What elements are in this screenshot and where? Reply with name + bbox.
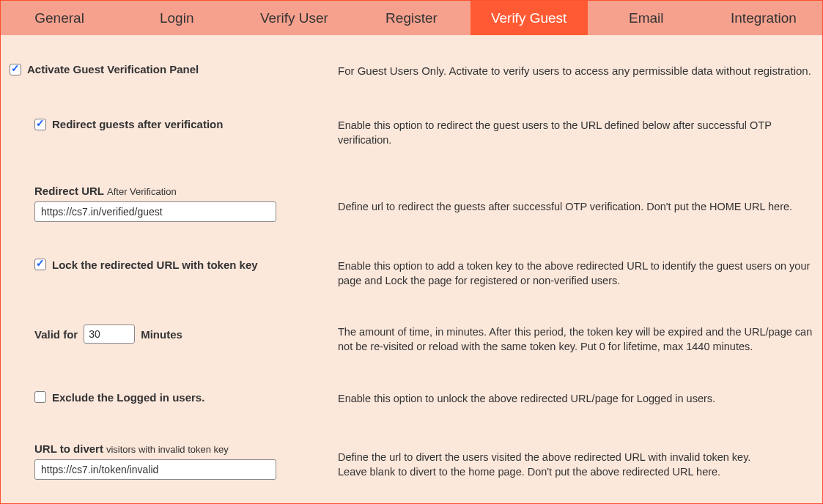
sub-settings: Redirect guests after verification Enabl… bbox=[8, 78, 815, 504]
settings-panel: General Login Verify User Register Verif… bbox=[0, 0, 823, 504]
row-divert-url: URL to divert visitors with invalid toke… bbox=[34, 442, 815, 480]
divert-url-desc: Define the url to divert the users visit… bbox=[338, 442, 815, 480]
row-exclude-logged: Exclude the Logged in users. Enable this… bbox=[34, 391, 815, 406]
valid-for-input[interactable] bbox=[84, 325, 135, 344]
divert-url-label: URL to divert bbox=[34, 442, 103, 455]
redirect-url-input[interactable] bbox=[34, 201, 276, 222]
divert-url-desc-l1: Define the url to divert the users visit… bbox=[338, 450, 815, 464]
divert-url-input[interactable] bbox=[34, 459, 276, 480]
redirect-url-label: Redirect URL bbox=[34, 185, 104, 197]
valid-for-suffix: Minutes bbox=[141, 328, 182, 341]
tab-integration[interactable]: Integration bbox=[705, 1, 822, 35]
tab-verify-user[interactable]: Verify User bbox=[235, 1, 353, 35]
activate-desc: For Guest Users Only. Activate to verify… bbox=[338, 63, 815, 78]
tab-verify-guest[interactable]: Verify Guest bbox=[470, 1, 588, 35]
lock-url-desc: Enable this option to add a token key to… bbox=[338, 259, 815, 289]
exclude-logged-label: Exclude the Logged in users. bbox=[52, 391, 204, 404]
divert-url-desc-l2: Leave blank to divert to the home page. … bbox=[338, 464, 815, 479]
lock-url-checkbox[interactable] bbox=[34, 259, 46, 270]
redirect-guests-desc: Enable this option to redirect the guest… bbox=[338, 118, 815, 148]
tab-email[interactable]: Email bbox=[588, 1, 705, 35]
valid-for-prefix: Valid for bbox=[34, 328, 78, 341]
row-valid-for: Valid for Minutes The amount of time, in… bbox=[34, 325, 815, 355]
tab-bar: General Login Verify User Register Verif… bbox=[1, 1, 822, 35]
lock-url-label: Lock the redirected URL with token key bbox=[52, 259, 258, 271]
row-redirect-guests: Redirect guests after verification Enabl… bbox=[34, 118, 815, 148]
exclude-logged-checkbox[interactable] bbox=[34, 391, 46, 403]
redirect-url-sublabel: After Verification bbox=[107, 186, 177, 197]
redirect-guests-label: Redirect guests after verification bbox=[52, 118, 223, 130]
activate-label: Activate Guest Verification Panel bbox=[27, 63, 199, 75]
activate-checkbox[interactable] bbox=[10, 64, 21, 75]
redirect-guests-checkbox[interactable] bbox=[34, 119, 46, 130]
divert-url-sublabel: visitors with invalid token key bbox=[106, 444, 229, 455]
tab-login[interactable]: Login bbox=[118, 1, 235, 35]
row-lock-url: Lock the redirected URL with token key E… bbox=[34, 259, 815, 289]
redirect-url-desc: Define url to redirect the guests after … bbox=[338, 185, 815, 214]
tab-register[interactable]: Register bbox=[353, 1, 470, 35]
row-redirect-url: Redirect URL After Verification Define u… bbox=[34, 185, 815, 222]
row-activate: Activate Guest Verification Panel For Gu… bbox=[8, 42, 815, 78]
tab-general[interactable]: General bbox=[1, 1, 118, 35]
tab-content: Activate Guest Verification Panel For Gu… bbox=[1, 35, 822, 503]
exclude-logged-desc: Enable this option to unlock the above r… bbox=[338, 391, 815, 406]
valid-for-desc: The amount of time, in minutes. After th… bbox=[338, 325, 815, 355]
